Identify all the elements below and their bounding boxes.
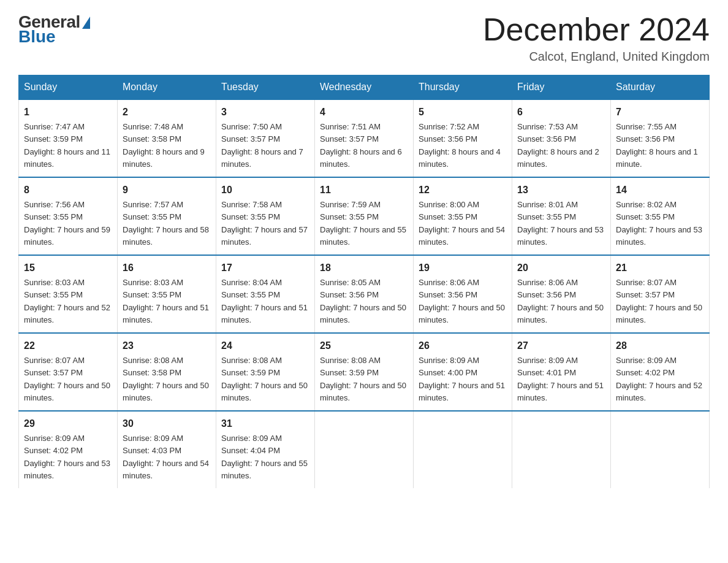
calendar-week-row-3: 15Sunrise: 8:03 AMSunset: 3:55 PMDayligh… (19, 255, 710, 333)
day-number: 25 (320, 339, 408, 353)
cell-info: Sunrise: 8:08 AMSunset: 3:58 PMDaylight:… (123, 356, 209, 402)
day-number: 14 (616, 183, 704, 197)
calendar-cell: 9Sunrise: 7:57 AMSunset: 3:55 PMDaylight… (118, 177, 216, 255)
day-number: 1 (24, 105, 112, 120)
day-number: 28 (616, 339, 704, 353)
day-number: 21 (616, 261, 704, 275)
col-wednesday: Wednesday (315, 75, 414, 100)
cell-info: Sunrise: 7:57 AMSunset: 3:55 PMDaylight:… (123, 200, 209, 247)
col-monday: Monday (118, 75, 216, 100)
cell-info: Sunrise: 7:52 AMSunset: 3:56 PMDaylight:… (419, 122, 501, 169)
day-number: 2 (123, 105, 211, 120)
calendar-cell: 15Sunrise: 8:03 AMSunset: 3:55 PMDayligh… (19, 255, 118, 333)
day-number: 8 (24, 183, 112, 197)
day-number: 15 (24, 261, 112, 275)
day-number: 23 (123, 339, 211, 353)
cell-info: Sunrise: 8:04 AMSunset: 3:55 PMDaylight:… (221, 278, 308, 324)
calendar-cell: 20Sunrise: 8:06 AMSunset: 3:56 PMDayligh… (512, 255, 611, 333)
day-number: 17 (221, 261, 309, 275)
cell-info: Sunrise: 8:02 AMSunset: 3:55 PMDaylight:… (616, 200, 702, 247)
day-number: 24 (221, 339, 309, 353)
calendar-cell: 7Sunrise: 7:55 AMSunset: 3:56 PMDaylight… (611, 99, 710, 177)
calendar-cell (315, 411, 414, 488)
day-number: 6 (517, 105, 605, 120)
cell-info: Sunrise: 8:01 AMSunset: 3:55 PMDaylight:… (517, 200, 604, 247)
day-number: 19 (419, 261, 507, 275)
logo-blue-text: Blue (18, 27, 56, 47)
calendar-cell: 2Sunrise: 7:48 AMSunset: 3:58 PMDaylight… (118, 99, 216, 177)
location-subtitle: Calcot, England, United Kingdom (483, 50, 710, 64)
calendar-cell: 26Sunrise: 8:09 AMSunset: 4:00 PMDayligh… (414, 333, 512, 411)
col-tuesday: Tuesday (216, 75, 315, 100)
calendar-cell (611, 411, 710, 488)
calendar-cell: 21Sunrise: 8:07 AMSunset: 3:57 PMDayligh… (611, 255, 710, 333)
day-number: 29 (24, 416, 112, 431)
calendar-cell (414, 411, 512, 488)
cell-info: Sunrise: 7:55 AMSunset: 3:56 PMDaylight:… (616, 122, 698, 169)
day-number: 20 (517, 261, 605, 275)
day-number: 3 (221, 105, 309, 120)
calendar-cell: 18Sunrise: 8:05 AMSunset: 3:56 PMDayligh… (315, 255, 414, 333)
calendar-cell: 24Sunrise: 8:08 AMSunset: 3:59 PMDayligh… (216, 333, 315, 411)
calendar-cell: 11Sunrise: 7:59 AMSunset: 3:55 PMDayligh… (315, 177, 414, 255)
cell-info: Sunrise: 7:51 AMSunset: 3:57 PMDaylight:… (320, 122, 402, 169)
calendar-week-row-4: 22Sunrise: 8:07 AMSunset: 3:57 PMDayligh… (19, 333, 710, 411)
cell-info: Sunrise: 8:09 AMSunset: 4:02 PMDaylight:… (24, 434, 110, 480)
cell-info: Sunrise: 8:07 AMSunset: 3:57 PMDaylight:… (24, 356, 110, 402)
calendar-header-row: Sunday Monday Tuesday Wednesday Thursday… (19, 75, 710, 100)
calendar-cell: 22Sunrise: 8:07 AMSunset: 3:57 PMDayligh… (19, 333, 118, 411)
calendar-cell: 30Sunrise: 8:09 AMSunset: 4:03 PMDayligh… (118, 411, 216, 488)
month-year-title: December 2024 (483, 12, 710, 47)
calendar-cell: 10Sunrise: 7:58 AMSunset: 3:55 PMDayligh… (216, 177, 315, 255)
calendar-cell: 13Sunrise: 8:01 AMSunset: 3:55 PMDayligh… (512, 177, 611, 255)
day-number: 13 (517, 183, 605, 197)
calendar-cell: 28Sunrise: 8:09 AMSunset: 4:02 PMDayligh… (611, 333, 710, 411)
day-number: 16 (123, 261, 211, 275)
calendar-cell: 16Sunrise: 8:03 AMSunset: 3:55 PMDayligh… (118, 255, 216, 333)
calendar-cell: 27Sunrise: 8:09 AMSunset: 4:01 PMDayligh… (512, 333, 611, 411)
calendar-table: Sunday Monday Tuesday Wednesday Thursday… (18, 75, 710, 488)
cell-info: Sunrise: 8:08 AMSunset: 3:59 PMDaylight:… (320, 356, 406, 402)
calendar-cell: 12Sunrise: 8:00 AMSunset: 3:55 PMDayligh… (414, 177, 512, 255)
cell-info: Sunrise: 7:47 AMSunset: 3:59 PMDaylight:… (24, 122, 110, 169)
day-number: 9 (123, 183, 211, 197)
calendar-week-row-5: 29Sunrise: 8:09 AMSunset: 4:02 PMDayligh… (19, 411, 710, 488)
day-number: 5 (419, 105, 507, 120)
day-number: 31 (221, 416, 309, 431)
calendar-week-row-1: 1Sunrise: 7:47 AMSunset: 3:59 PMDaylight… (19, 99, 710, 177)
cell-info: Sunrise: 8:09 AMSunset: 4:02 PMDaylight:… (616, 356, 702, 402)
cell-info: Sunrise: 8:09 AMSunset: 4:01 PMDaylight:… (517, 356, 604, 402)
title-section: December 2024 Calcot, England, United Ki… (483, 12, 710, 64)
calendar-cell: 1Sunrise: 7:47 AMSunset: 3:59 PMDaylight… (19, 99, 118, 177)
day-number: 22 (24, 339, 112, 353)
col-thursday: Thursday (414, 75, 512, 100)
day-number: 26 (419, 339, 507, 353)
calendar-cell: 4Sunrise: 7:51 AMSunset: 3:57 PMDaylight… (315, 99, 414, 177)
cell-info: Sunrise: 8:03 AMSunset: 3:55 PMDaylight:… (123, 278, 209, 324)
cell-info: Sunrise: 8:05 AMSunset: 3:56 PMDaylight:… (320, 278, 406, 324)
logo-triangle-icon (82, 17, 90, 29)
cell-info: Sunrise: 8:06 AMSunset: 3:56 PMDaylight:… (517, 278, 604, 324)
cell-info: Sunrise: 8:09 AMSunset: 4:03 PMDaylight:… (123, 434, 209, 480)
logo: General Blue (18, 12, 90, 47)
calendar-cell: 14Sunrise: 8:02 AMSunset: 3:55 PMDayligh… (611, 177, 710, 255)
cell-info: Sunrise: 7:53 AMSunset: 3:56 PMDaylight:… (517, 122, 599, 169)
cell-info: Sunrise: 7:48 AMSunset: 3:58 PMDaylight:… (123, 122, 205, 169)
cell-info: Sunrise: 7:50 AMSunset: 3:57 PMDaylight:… (221, 122, 303, 169)
day-number: 7 (616, 105, 704, 120)
calendar-cell: 25Sunrise: 8:08 AMSunset: 3:59 PMDayligh… (315, 333, 414, 411)
calendar-week-row-2: 8Sunrise: 7:56 AMSunset: 3:55 PMDaylight… (19, 177, 710, 255)
col-friday: Friday (512, 75, 611, 100)
cell-info: Sunrise: 8:03 AMSunset: 3:55 PMDaylight:… (24, 278, 110, 324)
col-sunday: Sunday (19, 75, 118, 100)
calendar-cell: 6Sunrise: 7:53 AMSunset: 3:56 PMDaylight… (512, 99, 611, 177)
page-header: General Blue December 2024 Calcot, Engla… (18, 12, 710, 64)
day-number: 10 (221, 183, 309, 197)
day-number: 12 (419, 183, 507, 197)
day-number: 4 (320, 105, 408, 120)
calendar-cell: 31Sunrise: 8:09 AMSunset: 4:04 PMDayligh… (216, 411, 315, 488)
calendar-cell: 19Sunrise: 8:06 AMSunset: 3:56 PMDayligh… (414, 255, 512, 333)
cell-info: Sunrise: 8:06 AMSunset: 3:56 PMDaylight:… (419, 278, 505, 324)
cell-info: Sunrise: 7:56 AMSunset: 3:55 PMDaylight:… (24, 200, 110, 247)
cell-info: Sunrise: 8:07 AMSunset: 3:57 PMDaylight:… (616, 278, 702, 324)
